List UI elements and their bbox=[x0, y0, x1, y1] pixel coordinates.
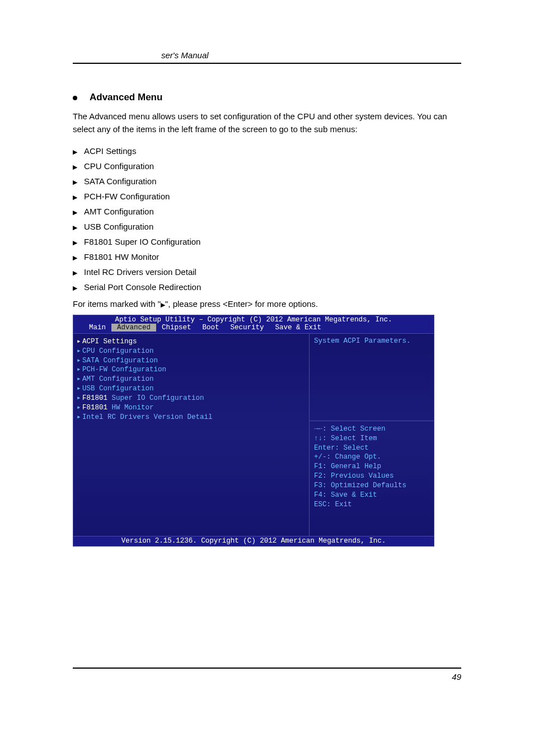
list-item: ▶SATA Configuration bbox=[73, 176, 461, 186]
page-number: 49 bbox=[452, 672, 461, 682]
key-hint: F2: Previous Values bbox=[314, 472, 429, 481]
bios-menu-label: USB Configuration bbox=[82, 385, 154, 393]
chevron-right-icon: ▸ bbox=[77, 403, 82, 413]
bios-body: ▸ACPI Settings ▸CPU Configuration ▸SATA … bbox=[73, 333, 434, 536]
key-hint: +/-: Change Opt. bbox=[314, 452, 429, 462]
chevron-right-icon: ▸ bbox=[77, 394, 82, 403]
list-item: ▶F81801 HW Monitor bbox=[73, 252, 461, 262]
bios-tab-bar: Main Advanced Chipset Boot Security Save… bbox=[73, 324, 434, 333]
note-text: For items marked with "▶", please press … bbox=[73, 297, 461, 310]
submenu-label: CPU Configuration bbox=[84, 161, 154, 171]
list-item: ▶ACPI Settings bbox=[73, 146, 461, 156]
section-heading-row: Advanced Menu bbox=[73, 92, 461, 103]
list-item: ▶AMT Configuration bbox=[73, 207, 461, 216]
list-item: ▶USB Configuration bbox=[73, 222, 461, 231]
bios-menu-label: SATA Configuration bbox=[82, 357, 158, 365]
submenu-label: F81801 HW Monitor bbox=[84, 252, 159, 262]
triangle-icon: ▶ bbox=[73, 254, 77, 262]
bios-screenshot: Aptio Setup Utility – Copyright (C) 2012… bbox=[73, 315, 434, 547]
list-item: ▶Serial Port Console Redirection bbox=[73, 282, 461, 292]
submenu-label: ACPI Settings bbox=[84, 146, 136, 156]
bios-menu-item[interactable]: ▸F81801 Super IO Configuration bbox=[77, 394, 306, 403]
bios-help-pane: System ACPI Parameters. →←: Select Scree… bbox=[310, 334, 434, 536]
bios-menu-label: PCH-FW Configuration bbox=[82, 366, 166, 374]
submenu-label: Intel RC Drivers version Detail bbox=[84, 267, 196, 277]
bios-menu-label: Intel RC Drivers Version Detail bbox=[82, 413, 213, 421]
triangle-icon: ▶ bbox=[161, 301, 165, 308]
key-hint: Enter: Select bbox=[314, 444, 429, 453]
tab-boot[interactable]: Boot bbox=[197, 324, 225, 332]
page-footer-rule: 49 bbox=[73, 668, 461, 684]
chevron-right-icon: ▸ bbox=[77, 347, 82, 356]
bios-menu-label: HW Monitor bbox=[112, 404, 154, 412]
bios-menu-label: AMT Configuration bbox=[82, 375, 154, 383]
list-item: ▶PCH-FW Configuration bbox=[73, 192, 461, 201]
submenu-label: Serial Port Console Redirection bbox=[84, 282, 201, 292]
list-item: ▶Intel RC Drivers version Detail bbox=[73, 267, 461, 277]
submenu-label: PCH-FW Configuration bbox=[84, 192, 170, 201]
tab-advanced[interactable]: Advanced bbox=[111, 324, 156, 332]
triangle-icon: ▶ bbox=[73, 194, 77, 201]
header-title: ser's Manual bbox=[161, 50, 209, 60]
triangle-icon: ▶ bbox=[73, 209, 77, 216]
triangle-icon: ▶ bbox=[73, 164, 77, 171]
key-hint: F4: Save & Exit bbox=[314, 491, 429, 500]
submenu-label: SATA Configuration bbox=[84, 176, 157, 186]
triangle-icon: ▶ bbox=[73, 148, 77, 156]
triangle-icon: ▶ bbox=[73, 224, 77, 231]
submenu-label: AMT Configuration bbox=[84, 207, 154, 216]
bios-menu-item[interactable]: ▸PCH-FW Configuration bbox=[77, 365, 306, 375]
bios-menu-pane: ▸ACPI Settings ▸CPU Configuration ▸SATA … bbox=[73, 334, 310, 536]
bios-menu-item[interactable]: ▸AMT Configuration bbox=[77, 375, 306, 384]
note-suffix: ", please press <Enter> for more options… bbox=[165, 299, 318, 309]
key-hint: ESC: Exit bbox=[314, 500, 429, 510]
bios-menu-item[interactable]: ▸Intel RC Drivers Version Detail bbox=[77, 413, 306, 422]
submenu-label: F81801 Super IO Configuration bbox=[84, 237, 200, 246]
section-intro: The Advanced menu allows users to set co… bbox=[73, 110, 461, 136]
section-title: Advanced Menu bbox=[90, 92, 162, 103]
bios-key-legend: →←: Select Screen ↑↓: Select Item Enter:… bbox=[310, 421, 434, 536]
bios-menu-item[interactable]: ▸SATA Configuration bbox=[77, 356, 306, 366]
key-hint: F1: General Help bbox=[314, 462, 429, 472]
submenu-list: ▶ACPI Settings ▶CPU Configuration ▶SATA … bbox=[73, 146, 461, 292]
bullet-icon bbox=[73, 96, 77, 100]
list-item: ▶F81801 Super IO Configuration bbox=[73, 237, 461, 246]
bios-menu-item[interactable]: ▸CPU Configuration bbox=[77, 347, 306, 356]
chevron-right-icon: ▸ bbox=[77, 365, 82, 375]
chevron-right-icon: ▸ bbox=[77, 375, 82, 384]
bios-menu-label: ACPI Settings bbox=[82, 338, 137, 346]
chevron-right-icon: ▸ bbox=[77, 337, 82, 347]
key-hint: F3: Optimized Defaults bbox=[314, 481, 429, 491]
chevron-right-icon: ▸ bbox=[77, 384, 82, 394]
bios-menu-label: CPU Configuration bbox=[82, 347, 154, 355]
triangle-icon: ▶ bbox=[73, 179, 77, 186]
tab-chipset[interactable]: Chipset bbox=[156, 324, 197, 332]
bios-menu-item[interactable]: ▸USB Configuration bbox=[77, 384, 306, 394]
key-hint: →←: Select Screen bbox=[314, 424, 429, 434]
tab-save-exit[interactable]: Save & Exit bbox=[270, 324, 327, 332]
submenu-label: USB Configuration bbox=[84, 222, 153, 231]
tab-main[interactable]: Main bbox=[83, 324, 111, 332]
note-prefix: For items marked with " bbox=[73, 299, 161, 309]
manual-page: ser's Manual Advanced Menu The Advanced … bbox=[0, 0, 534, 756]
tab-security[interactable]: Security bbox=[225, 324, 270, 332]
bios-version-footer: Version 2.15.1236. Copyright (C) 2012 Am… bbox=[73, 536, 434, 546]
page-header-rule: ser's Manual bbox=[73, 50, 461, 64]
list-item: ▶CPU Configuration bbox=[73, 161, 461, 171]
chevron-right-icon: ▸ bbox=[77, 356, 82, 366]
bios-menu-item[interactable]: ▸F81801 HW Monitor bbox=[77, 403, 306, 413]
chevron-right-icon: ▸ bbox=[77, 413, 82, 422]
bios-menu-label: Super IO Configuration bbox=[112, 394, 204, 402]
triangle-icon: ▶ bbox=[73, 284, 77, 292]
key-hint: ↑↓: Select Item bbox=[314, 434, 429, 444]
triangle-icon: ▶ bbox=[73, 269, 77, 277]
triangle-icon: ▶ bbox=[73, 239, 77, 246]
bios-help-description: System ACPI Parameters. bbox=[310, 334, 434, 421]
bios-utility-title: Aptio Setup Utility – Copyright (C) 2012… bbox=[73, 315, 434, 324]
bios-menu-item[interactable]: ▸ACPI Settings bbox=[77, 337, 306, 347]
